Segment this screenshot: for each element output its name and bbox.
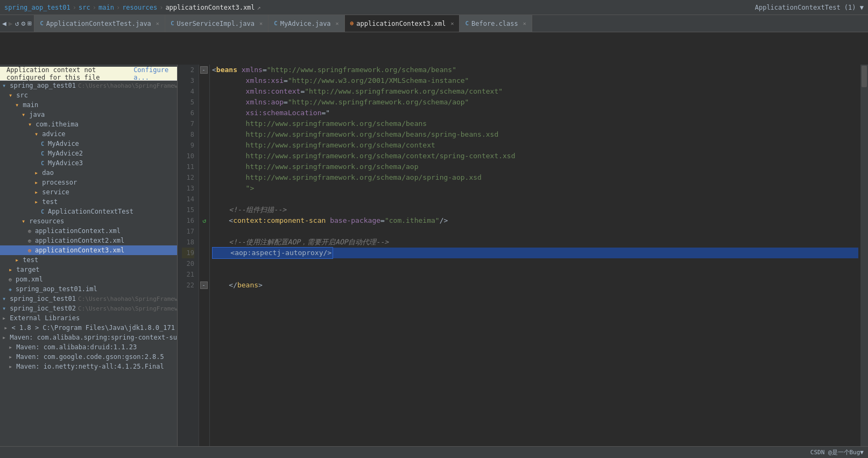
tree-item-jdk[interactable]: ▸ < 1.8 > C:\Program Files\Java\jdk1.8.0… bbox=[0, 323, 177, 333]
folder-open-icon: ▾ bbox=[28, 121, 32, 128]
code-editor[interactable]: 2 3 4 5 6 7 8 9 10 11 12 13 14 15 16 17 … bbox=[178, 65, 868, 458]
java-class-icon: C bbox=[41, 151, 44, 157]
tree-item-AppContextTest[interactable]: C ApplicationContextTest bbox=[0, 207, 177, 216]
line-num: 12 bbox=[182, 172, 194, 183]
tree-item-iml[interactable]: ◈ spring_aop_test01.iml bbox=[0, 284, 177, 294]
settings-icon[interactable]: ⚙ bbox=[21, 19, 25, 27]
fold-close-icon[interactable]: - bbox=[200, 281, 208, 289]
tab-label: ApplicationContextTest.java bbox=[46, 20, 151, 27]
breadcrumb-part[interactable]: main bbox=[98, 4, 114, 11]
breadcrumb-part[interactable]: spring_aop_test01 bbox=[4, 4, 70, 11]
tab-applicationContext3[interactable]: ⊕ applicationContext3.xml ✕ bbox=[345, 15, 460, 32]
tab-close-icon[interactable]: ✕ bbox=[336, 20, 339, 26]
xml-file-icon: ⊕ bbox=[9, 277, 12, 283]
breadcrumb-sep: › bbox=[116, 4, 120, 11]
tab-close-icon[interactable]: ✕ bbox=[156, 20, 159, 26]
code-line bbox=[212, 194, 858, 205]
breadcrumb-arrow: ↗ bbox=[257, 4, 261, 11]
tree-item-MyAdvice3[interactable]: C MyAdvice3 bbox=[0, 158, 177, 168]
tab-label: applicationContext3.xml bbox=[356, 20, 446, 27]
tree-item-ioc-test02[interactable]: ▾ spring_ioc_test02 C:\Users\haohao\Spri… bbox=[0, 304, 177, 313]
tree-item-MyAdvice2[interactable]: C MyAdvice2 bbox=[0, 149, 177, 158]
code-line: "> bbox=[212, 183, 858, 194]
tree-item-dao[interactable]: ▸ dao bbox=[0, 168, 177, 178]
nav-forward-icon[interactable]: ▶ bbox=[9, 19, 13, 27]
tree-label: spring_aop_test01.iml bbox=[16, 285, 97, 293]
file-tree[interactable]: Application context not configured for t… bbox=[0, 65, 178, 458]
nav-back-icon[interactable]: ◀ bbox=[2, 19, 6, 27]
tab-class-icon: C bbox=[465, 20, 469, 27]
tree-item-appContext3[interactable]: ⊕ applicationContext3.xml bbox=[0, 245, 177, 255]
tab-close-icon[interactable]: ✕ bbox=[450, 20, 454, 26]
tree-label: Maven: com.alibaba:druid:1.1.23 bbox=[16, 343, 137, 351]
fold-icon[interactable]: - bbox=[200, 66, 208, 74]
breadcrumb-part[interactable]: src bbox=[79, 4, 90, 11]
tree-label: test bbox=[23, 256, 38, 264]
tab-close-icon[interactable]: ✕ bbox=[523, 20, 526, 26]
tree-label: target bbox=[16, 266, 39, 273]
run-config[interactable]: ApplicationContextTest (1) ▼ bbox=[755, 4, 864, 11]
tree-item-service[interactable]: ▸ service bbox=[0, 187, 177, 197]
tree-item-test-pkg[interactable]: ▸ test bbox=[0, 197, 177, 207]
tab-xml-icon: ⊕ bbox=[350, 20, 354, 27]
line-num: 4 bbox=[182, 86, 194, 97]
tab-MyAdvice[interactable]: C MyAdvice.java ✕ bbox=[269, 15, 345, 32]
tree-item-processor[interactable]: ▸ processor bbox=[0, 178, 177, 187]
folder-collapsed-icon: ▸ bbox=[34, 198, 38, 206]
tree-item-root[interactable]: ▾ spring_aop_test01 C:\Users\haohao\Spri… bbox=[0, 81, 177, 90]
tree-item-pom[interactable]: ⊕ pom.xml bbox=[0, 274, 177, 284]
tree-item-ioc-test01[interactable]: ▾ spring_ioc_test01 C:\Users\haohao\Spri… bbox=[0, 294, 177, 304]
tree-label: External Libraries bbox=[10, 314, 80, 322]
tree-item-appContext1[interactable]: ⊕ applicationContext.xml bbox=[0, 226, 177, 236]
tab-BeforeClass[interactable]: C Before.class ✕ bbox=[460, 15, 532, 32]
tree-item-resources[interactable]: ▾ resources bbox=[0, 216, 177, 226]
code-line: xmlns:xsi="http://www.w3.org/2001/XMLSch… bbox=[212, 75, 858, 86]
tree-item-appContext2[interactable]: ⊕ applicationContext2.xml bbox=[0, 236, 177, 245]
tree-item-java[interactable]: ▾ java bbox=[0, 110, 177, 119]
breadcrumb-file: applicationContext3.xml bbox=[165, 4, 255, 11]
lib-icon: ▸ bbox=[2, 334, 6, 341]
configure-link[interactable]: Configure a... bbox=[133, 66, 171, 81]
tree-item-external-libs[interactable]: ▸ External Libraries bbox=[0, 313, 177, 323]
refresh-icon[interactable]: ↺ bbox=[15, 19, 19, 27]
breadcrumb-part[interactable]: resources bbox=[122, 4, 157, 11]
tree-item-src[interactable]: ▾ src bbox=[0, 90, 177, 100]
minimap-scroll[interactable] bbox=[860, 65, 868, 458]
folder-open-icon: ▾ bbox=[34, 130, 38, 138]
tree-item-maven-alibaba-spring[interactable]: ▸ Maven: com.alibaba.spring:spring-conte… bbox=[0, 333, 177, 342]
notification-bar: Application context not configured for t… bbox=[0, 67, 177, 81]
tab-label: MyAdvice.java bbox=[280, 20, 331, 27]
main-layout: Application context not configured for t… bbox=[0, 65, 868, 458]
tree-item-maven-druid[interactable]: ▸ Maven: com.alibaba:druid:1.1.23 bbox=[0, 342, 177, 352]
code-line: http://www.springframework.org/schema/ao… bbox=[212, 172, 858, 183]
tree-item-maven-netty[interactable]: ▸ Maven: io.netty:netty-all:4.1.25.Final bbox=[0, 362, 177, 371]
code-lines[interactable]: <beans xmlns="http://www.springframework… bbox=[210, 65, 860, 458]
tree-label: MyAdvice3 bbox=[48, 159, 83, 167]
run-config-label: ApplicationContextTest (1) ▼ bbox=[755, 4, 864, 11]
tree-item-maven-gson[interactable]: ▸ Maven: com.google.code.gson:gson:2.8.5 bbox=[0, 352, 177, 362]
line-num: 11 bbox=[182, 161, 194, 172]
tree-label: resources bbox=[29, 217, 64, 225]
tree-label: java bbox=[29, 111, 45, 118]
tree-label: applicationContext.xml bbox=[35, 227, 121, 235]
tab-ApplicationContextTest[interactable]: C ApplicationContextTest.java ✕ bbox=[34, 15, 165, 32]
tab-close-icon[interactable]: ✕ bbox=[259, 20, 263, 26]
scroll-thumb[interactable] bbox=[862, 66, 867, 87]
line-num: 7 bbox=[182, 118, 194, 129]
tools-icon[interactable]: ⊞ bbox=[27, 19, 32, 27]
tree-label: Maven: com.alibaba.spring:spring-context… bbox=[10, 334, 177, 341]
tree-item-com-itheima[interactable]: ▾ com.itheima bbox=[0, 119, 177, 129]
folder-collapsed-icon: ▸ bbox=[9, 266, 12, 273]
tree-label: pom.xml bbox=[16, 276, 43, 283]
tree-item-main[interactable]: ▾ main bbox=[0, 100, 177, 110]
tab-UserServiceImpl[interactable]: C UserServiceImpl.java ✕ bbox=[165, 15, 269, 32]
tree-item-test-folder[interactable]: ▸ test bbox=[0, 255, 177, 265]
tree-item-target[interactable]: ▸ target bbox=[0, 265, 177, 274]
gutter-bean-icon[interactable]: ↺ bbox=[202, 217, 206, 224]
line-num: 8 bbox=[182, 129, 194, 140]
line-num: 15 bbox=[182, 205, 194, 215]
tree-label: Maven: com.google.code.gson:gson:2.8.5 bbox=[16, 353, 164, 361]
tree-item-MyAdvice[interactable]: C MyAdvice bbox=[0, 139, 177, 149]
tree-label: ApplicationContextTest bbox=[48, 208, 133, 215]
tree-item-advice[interactable]: ▾ advice bbox=[0, 129, 177, 139]
